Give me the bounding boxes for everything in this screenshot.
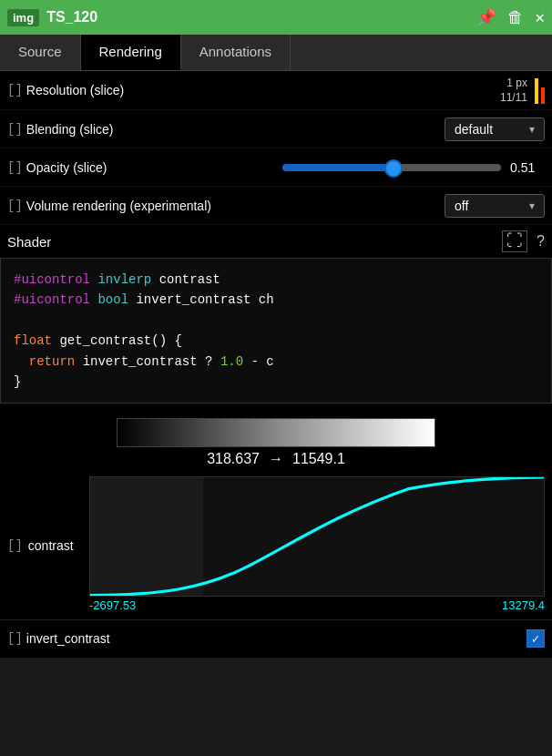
colormap-section: 318.637 → 11549.1 — [0, 404, 552, 471]
shader-label: Shader — [7, 234, 502, 250]
volume-label: Volume rendering (experimental) — [26, 199, 445, 213]
tab-rendering[interactable]: Rendering — [81, 35, 181, 70]
color-bars — [535, 77, 545, 104]
tab-source[interactable]: Source — [0, 35, 81, 70]
contrast-axis: -2697.53 13279.4 — [89, 597, 545, 614]
chevron-down-icon-2: ▾ — [529, 199, 535, 212]
blending-dropdown[interactable]: default ▾ — [445, 117, 545, 141]
opacity-label: Opacity (slice) — [26, 160, 282, 175]
title-icons: 📌 🗑 ✕ — [476, 7, 545, 27]
opacity-row: [ ] Opacity (slice) 0.51 — [0, 148, 552, 187]
invert-contrast-label: invert_contrast — [26, 631, 526, 646]
checkmark-icon: ✓ — [532, 631, 539, 647]
delete-icon[interactable]: 🗑 — [507, 8, 524, 27]
bar-yellow — [535, 78, 538, 104]
code-line-1: #uicontrol invlerp contrast — [14, 270, 538, 290]
resolution-px: 1 px — [506, 77, 527, 89]
volume-row: [ ] Volume rendering (experimental) off … — [0, 187, 552, 225]
window-title: TS_120 — [46, 9, 469, 26]
contrast-curve-svg — [90, 477, 544, 596]
contrast-left: [ ] contrast — [7, 476, 89, 614]
title-bar: img TS_120 📌 🗑 ✕ — [0, 0, 552, 35]
tab-bar: Source Rendering Annotations — [0, 35, 552, 71]
img-badge: img — [7, 9, 39, 26]
range-from: 318.637 — [207, 451, 260, 467]
volume-dropdown[interactable]: off ▾ — [445, 194, 545, 218]
code-line-5: return invert_contrast ? 1.0 - c — [14, 352, 538, 372]
slider-thumb[interactable] — [384, 159, 403, 178]
svg-rect-1 — [204, 477, 545, 596]
opacity-slider-container: 0.51 — [282, 160, 545, 175]
blending-label: Blending (slice) — [26, 122, 445, 137]
shader-icons: ⛶ ? — [502, 230, 545, 252]
range-display: 318.637 → 11549.1 — [0, 447, 552, 471]
code-line-6: } — [14, 372, 538, 392]
contrast-axis-right: 13279.4 — [502, 598, 545, 612]
invert-contrast-checkbox[interactable]: ✓ — [526, 629, 545, 648]
invert-contrast-row: [ ] invert_contrast ✓ — [0, 619, 552, 658]
rendering-content: [ ] Resolution (slice) 1 px 11/11 [ ] Bl… — [0, 71, 552, 658]
volume-value: off — [455, 199, 468, 213]
help-icon[interactable]: ? — [537, 233, 545, 250]
colormap-bar-wrapper — [0, 411, 552, 447]
resolution-info: 1 px 11/11 — [500, 77, 527, 104]
contrast-axis-left: -2697.53 — [89, 598, 136, 612]
contrast-row: [ ] contrast -2697.53 13279.4 — [0, 471, 552, 619]
code-line-2: #uicontrol bool invert_contrast ch — [14, 290, 538, 310]
close-icon[interactable]: ✕ — [535, 7, 545, 27]
bar-red — [541, 87, 545, 104]
resolution-label: Resolution (slice) — [26, 83, 500, 97]
contrast-graph-area: -2697.53 13279.4 — [89, 476, 545, 614]
code-line-4: float get_contrast() { — [14, 331, 538, 351]
opacity-slider[interactable] — [282, 164, 501, 171]
code-line-3 — [14, 311, 538, 331]
colormap-bar — [117, 418, 435, 447]
blending-row: [ ] Blending (slice) default ▾ — [0, 110, 552, 148]
contrast-label: contrast — [28, 538, 74, 553]
chevron-down-icon: ▾ — [529, 123, 535, 136]
opacity-value: 0.51 — [510, 160, 545, 175]
pin-icon[interactable]: 📌 — [476, 7, 496, 27]
svg-rect-0 — [90, 477, 204, 596]
resolution-count: 11/11 — [500, 91, 527, 104]
shader-header: Shader ⛶ ? — [0, 225, 552, 258]
tab-annotations[interactable]: Annotations — [181, 35, 291, 70]
range-to: 11549.1 — [292, 451, 345, 467]
code-editor[interactable]: #uicontrol invlerp contrast #uicontrol b… — [0, 258, 552, 404]
arrow-icon: → — [269, 451, 283, 467]
resolution-row: [ ] Resolution (slice) 1 px 11/11 — [0, 71, 552, 110]
contrast-graph — [89, 476, 545, 597]
expand-icon[interactable]: ⛶ — [502, 230, 527, 252]
blending-value: default — [455, 122, 493, 137]
